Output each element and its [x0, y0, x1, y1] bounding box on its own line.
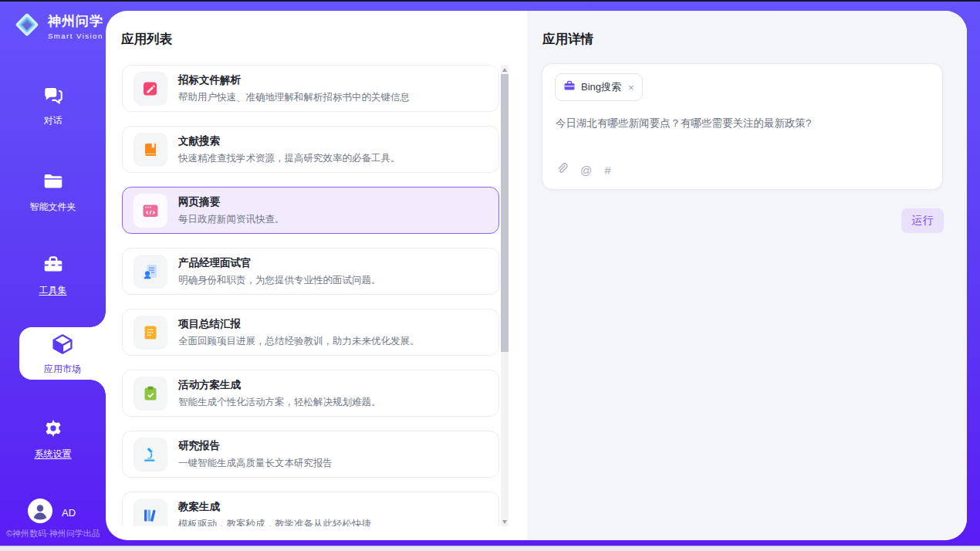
mention-at-icon[interactable]: @ — [580, 164, 592, 177]
app-card-title: 教案生成 — [178, 500, 371, 514]
chat-icon — [42, 83, 65, 110]
composer-toolbar: @ # — [556, 162, 611, 178]
scroll-down-icon[interactable] — [501, 517, 509, 526]
app-card-lesson-plan[interactable]: 教案生成 模板驱动，教案秒成，教学准备从此轻松快捷 — [122, 492, 499, 526]
app-card-literature-search[interactable]: 文献搜索 快速精准查找学术资源，提高研究效率的必备工具。 — [122, 126, 499, 173]
sidebar-item-label: 工具集 — [39, 284, 67, 297]
brand-diamond-icon — [12, 10, 42, 42]
app-card-desc: 一键智能生成高质量长文本研究报告 — [178, 457, 333, 470]
user-account[interactable]: AD — [28, 499, 76, 526]
brand-name: 神州问学 — [48, 12, 103, 30]
briefcase-icon — [563, 79, 576, 95]
app-list: 招标文件解析 帮助用户快速、准确地理解和解析招标书中的关键信息 文献搜索 快速精… — [122, 65, 499, 526]
app-card-pm-interviewer[interactable]: 产品经理面试官 明确身份和职责，为您提供专业性的面试问题。 — [122, 248, 499, 295]
app-card-web-summary-selected[interactable]: 网页摘要 每日政府新闻资讯快查。 — [122, 187, 499, 234]
active-item-notch-bottom — [90, 380, 106, 395]
brand-logo: 神州问学 Smart Vision — [12, 10, 103, 42]
app-card-title: 产品经理面试官 — [178, 256, 381, 270]
main-panel: 应用列表 招标文件解析 帮助用户快速、准确地理解和解析招标书中的关键信息 — [106, 11, 967, 540]
scroll-up-icon[interactable] — [501, 65, 509, 74]
books-icon — [133, 499, 167, 527]
active-item-notch-top — [90, 312, 106, 327]
app-detail-panel: 应用详情 Bing搜索 × 今日湖北有哪些新闻要点？有哪些需要关注的最新政策? — [527, 11, 967, 540]
app-card-title: 活动方案生成 — [178, 378, 381, 392]
window-top-edge — [0, 0, 980, 2]
brand-tagline: Smart Vision — [48, 32, 103, 40]
app-card-research-report[interactable]: 研究报告 一键智能生成高质量长文本研究报告 — [122, 431, 499, 478]
sidebar-item-smart-folder[interactable]: 智能文件夹 — [0, 170, 106, 214]
microscope-icon — [133, 438, 167, 472]
sidebar-item-chat[interactable]: 对话 — [0, 83, 106, 127]
sidebar-item-settings[interactable]: 系统设置 — [0, 417, 106, 461]
app-card-project-summary[interactable]: 项目总结汇报 全面回顾项目进展，总结经验教训，助力未来优化发展。 — [122, 309, 499, 356]
app-card-desc: 快速精准查找学术资源，提高研究效率的必备工具。 — [178, 152, 400, 165]
sidebar-item-label: 应用市场 — [44, 363, 81, 376]
query-composer[interactable]: Bing搜索 × 今日湖北有哪些新闻要点？有哪些需要关注的最新政策? @ # — [542, 63, 943, 190]
paperclip-icon[interactable] — [556, 162, 568, 178]
copyright-footer: ©神州数码·神州问学出品 — [6, 528, 100, 539]
clipboard-check-icon — [133, 377, 167, 411]
app-list-scrollbar[interactable] — [501, 65, 509, 526]
run-button[interactable]: 运行 — [901, 208, 944, 233]
cube-icon — [50, 332, 75, 360]
edit-document-icon — [133, 72, 167, 106]
app-detail-title: 应用详情 — [542, 31, 593, 48]
gear-icon — [42, 417, 65, 443]
app-card-title: 项目总结汇报 — [178, 317, 420, 331]
scrollbar-thumb[interactable] — [501, 74, 509, 352]
app-card-event-plan[interactable]: 活动方案生成 智能生成个性化活动方案，轻松解决规划难题。 — [122, 370, 499, 417]
app-card-desc: 智能生成个性化活动方案，轻松解决规划难题。 — [178, 396, 381, 409]
app-card-title: 文献搜索 — [178, 134, 400, 148]
app-card-title: 研究报告 — [178, 439, 333, 453]
note-icon — [133, 316, 167, 350]
folder-icon — [42, 170, 65, 196]
user-name: AD — [62, 507, 76, 519]
sidebar-item-label: 对话 — [44, 114, 63, 127]
hash-icon[interactable]: # — [604, 164, 610, 177]
toolbox-icon — [42, 253, 65, 279]
browser-code-icon — [133, 194, 167, 228]
app-card-desc: 模板驱动，教案秒成，教学准备从此轻松快捷 — [178, 518, 371, 527]
app-card-bid-analysis[interactable]: 招标文件解析 帮助用户快速、准确地理解和解析招标书中的关键信息 — [122, 65, 499, 112]
tool-chip-label: Bing搜索 — [581, 80, 621, 94]
app-card-desc: 帮助用户快速、准确地理解和解析招标书中的关键信息 — [178, 91, 410, 104]
sidebar: 神州问学 Smart Vision 对话 智能文件夹 — [0, 0, 106, 546]
sidebar-item-label: 系统设置 — [35, 448, 72, 461]
avatar — [28, 499, 52, 526]
book-icon — [133, 133, 167, 167]
app-card-desc: 每日政府新闻资讯快查。 — [178, 213, 285, 226]
sidebar-item-label: 智能文件夹 — [30, 201, 76, 214]
app-card-desc: 全面回顾项目进展，总结经验教训，助力未来优化发展。 — [178, 335, 420, 348]
tool-chip-bing-search[interactable]: Bing搜索 × — [555, 73, 643, 101]
app-card-desc: 明确身份和职责，为您提供专业性的面试问题。 — [178, 274, 381, 287]
app-list-title: 应用列表 — [121, 31, 172, 48]
app-card-title: 招标文件解析 — [178, 73, 410, 87]
sidebar-item-app-market-active[interactable]: 应用市场 — [19, 327, 106, 380]
app-card-title: 网页摘要 — [178, 195, 285, 209]
window-bottom-strip — [0, 546, 980, 551]
sidebar-item-toolset[interactable]: 工具集 — [0, 253, 106, 297]
close-icon[interactable]: × — [628, 83, 634, 93]
query-input[interactable]: 今日湖北有哪些新闻要点？有哪些需要关注的最新政策? — [556, 117, 926, 130]
interviewer-icon — [133, 255, 167, 289]
